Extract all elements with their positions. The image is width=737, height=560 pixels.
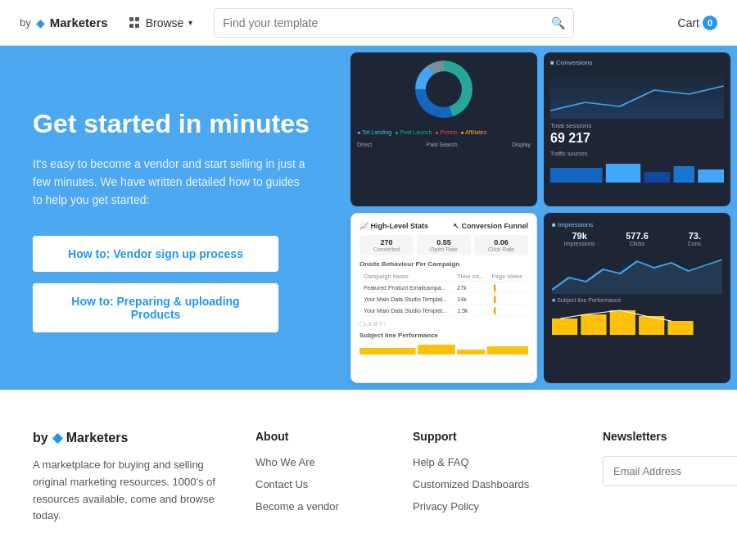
email-address-input[interactable]	[603, 456, 737, 486]
overview-card: ■ Conversions Total sessions 69 217 Traf…	[544, 52, 730, 206]
donut-chart	[415, 61, 472, 118]
footer-support-title: Support	[413, 430, 576, 443]
overview-number: 69 217	[550, 131, 724, 146]
svg-rect-8	[487, 346, 528, 355]
header: by ◆ Marketers Browse ▾ 🔍 Cart 0	[0, 0, 737, 46]
footer-description: A marketplace for buying and selling ori…	[33, 457, 229, 525]
svg-rect-11	[581, 314, 606, 335]
svg-rect-1	[606, 164, 640, 183]
footer-newsletter-col: Newsletters Subscribe	[603, 430, 737, 525]
donut-hole	[426, 71, 462, 107]
footer-who-we-are-link[interactable]: Who We Are	[255, 456, 387, 468]
footer-become-vendor-link[interactable]: Become a vendor	[255, 500, 387, 513]
newsletter-form: Subscribe	[603, 456, 737, 486]
svg-rect-12	[610, 310, 635, 335]
logo-name: Marketers	[50, 16, 108, 29]
hero-left-panel: Get started in minutes It's easy to beco…	[0, 46, 344, 390]
svg-rect-0	[550, 168, 603, 183]
search-bar[interactable]: 🔍	[214, 8, 574, 38]
donut-chart-card: ● Tot Landing ● Post Launch ● Promo ● Af…	[350, 52, 537, 206]
header-right: Cart 0	[678, 16, 717, 30]
footer: by ◆ Marketers A marketplace for buying …	[0, 390, 737, 551]
svg-rect-4	[698, 169, 724, 183]
overview-sublabel: Total sessions	[550, 122, 724, 129]
footer-grid: by ◆ Marketers A marketplace for buying …	[33, 430, 704, 525]
chevron-down-icon: ▾	[188, 18, 192, 27]
svg-rect-2	[644, 172, 670, 183]
footer-logo-diamond-icon: ◆	[52, 430, 62, 445]
search-input[interactable]	[223, 16, 551, 29]
svg-rect-3	[674, 166, 694, 183]
cart-count-badge: 0	[703, 16, 717, 30]
high-level-stats-card: 📈 High-Level Stats ↖ Conversion Funnel 2…	[350, 213, 537, 384]
footer-contact-us-link[interactable]: Contact Us	[255, 478, 387, 490]
svg-rect-6	[418, 345, 455, 355]
footer-logo-by: by	[33, 431, 48, 445]
grid-icon	[129, 17, 141, 29]
svg-marker-9	[552, 260, 722, 294]
hero-section: Get started in minutes It's easy to beco…	[0, 46, 737, 390]
logo-by: by	[20, 16, 31, 29]
browse-label: Browse	[146, 16, 184, 29]
footer-logo: by ◆ Marketers	[33, 430, 229, 445]
search-icon: 🔍	[551, 16, 565, 29]
preparing-upload-button[interactable]: How to: Preparing & uploading Products	[33, 283, 278, 332]
footer-support-col: Support Help & FAQ Customized Dashboards…	[413, 430, 576, 525]
svg-rect-7	[457, 350, 485, 355]
svg-rect-5	[359, 348, 416, 355]
footer-privacy-policy-link[interactable]: Privacy Policy	[413, 500, 576, 513]
cart-label[interactable]: Cart	[678, 16, 699, 29]
svg-rect-10	[552, 318, 577, 335]
footer-custom-dashboards-link[interactable]: Customized Dashboards	[413, 478, 576, 490]
footer-brand-col: by ◆ Marketers A marketplace for buying …	[33, 430, 229, 525]
hero-title: Get started in minutes	[33, 108, 311, 139]
footer-about-col: About Who We Are Contact Us Become a ven…	[255, 430, 387, 525]
footer-help-faq-link[interactable]: Help & FAQ	[413, 456, 576, 468]
footer-logo-name: Marketers	[66, 431, 129, 445]
vendor-signup-button[interactable]: How to: Vendor sign up process	[33, 236, 278, 272]
hero-description: It's easy to become a vendor and start s…	[33, 155, 311, 210]
browse-button[interactable]: Browse ▾	[121, 11, 201, 34]
dashboard-collage: ● Tot Landing ● Post Launch ● Promo ● Af…	[344, 46, 737, 390]
svg-rect-14	[667, 321, 693, 335]
subject-line-card: ■ Impressions 79kImpressions 577.6Clicks…	[544, 213, 730, 384]
footer-about-title: About	[255, 430, 387, 443]
logo[interactable]: by ◆ Marketers	[20, 16, 108, 29]
footer-newsletters-title: Newsletters	[603, 430, 737, 443]
logo-diamond-icon: ◆	[36, 16, 45, 29]
hero-right-panel: ● Tot Landing ● Post Launch ● Promo ● Af…	[344, 46, 737, 390]
